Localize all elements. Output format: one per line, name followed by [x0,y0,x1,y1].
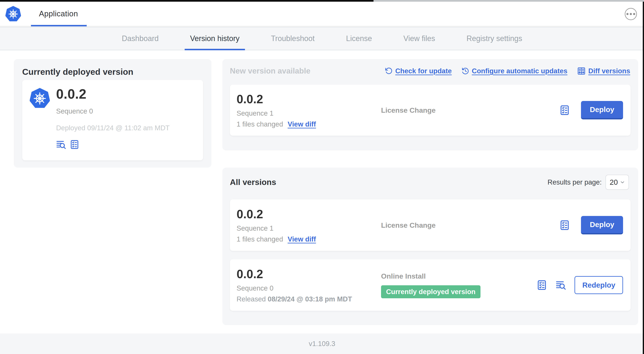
screenshot-top-edge [0,0,644,2]
new-version-card: 0.0.2 Sequence 1 1 files changed View di… [230,85,630,136]
results-per-page-label: Results per page: [548,178,602,186]
app-title: Application [39,2,78,26]
view-diff-link[interactable]: View diff [288,235,316,243]
view-logs-icon[interactable] [56,140,66,150]
view-diff-link[interactable]: View diff [288,120,316,128]
tab-troubleshoot[interactable]: Troubleshoot [266,27,320,50]
tab-license[interactable]: License [341,27,378,50]
tab-version-history[interactable]: Version history [185,27,245,50]
deployed-sequence: Sequence 0 [56,107,170,115]
diff-versions-link[interactable]: Diff versions [577,67,630,75]
app-header: Application [0,2,644,26]
version-history-page: Application Dashboard Version history Tr… [0,0,644,354]
version-source: License Change [381,221,559,229]
app-title-active-underline [31,25,87,26]
release-notes-icon[interactable] [536,280,547,290]
version-number: 0.0.2 [236,267,381,281]
deployed-timestamp: Deployed 09/11/24 @ 11:02 am MDT [56,124,170,132]
refresh-icon [385,67,393,75]
version-row: 0.0.2 Sequence 0 Released 08/29/24 @ 03:… [230,259,630,311]
check-for-update-link[interactable]: Check for update [385,67,452,75]
files-changed-text: 1 files changed [236,120,283,128]
kubernetes-logo-icon [6,6,21,23]
release-notes-icon[interactable] [70,140,80,150]
ellipsis-icon [626,13,635,15]
screenshot-right-edge [643,2,644,354]
chevron-down-icon [620,180,625,185]
tab-dashboard[interactable]: Dashboard [116,27,164,50]
version-number: 0.0.2 [236,92,381,106]
more-options-button[interactable] [625,8,637,20]
version-source: License Change [381,106,559,114]
currently-deployed-badge: Currently deployed version [381,285,480,298]
redeploy-button[interactable]: Redeploy [574,276,623,294]
version-row: 0.0.2 Sequence 1 1 files changed View di… [230,199,630,251]
new-version-title: New version available [230,67,310,75]
version-number: 0.0.2 [236,207,381,221]
tab-registry-settings[interactable]: Registry settings [461,27,528,50]
currently-deployed-title: Currently deployed version [14,59,212,77]
results-per-page-select[interactable]: 20 [606,175,629,190]
version-source: Online Install [381,272,536,280]
all-versions-section: All versions Results per page: 20 0.0.2 … [222,168,638,325]
version-sequence: Sequence 1 [236,109,381,117]
release-notes-icon[interactable] [559,220,570,231]
currently-deployed-card: 0.0.2 Sequence 0 Deployed 09/11/24 @ 11:… [22,80,203,160]
deployed-version-number: 0.0.2 [56,86,170,102]
app-nav-bar: Dashboard Version history Troubleshoot L… [0,27,644,50]
app-footer: v1.109.3 [0,333,644,354]
tab-view-files[interactable]: View files [398,27,440,50]
all-versions-title: All versions [230,178,276,187]
kubernetes-app-icon [30,88,50,110]
schedule-update-icon [462,67,470,75]
released-timestamp: Released 08/29/24 @ 03:18 pm MDT [236,295,381,303]
version-sequence: Sequence 1 [236,224,381,232]
files-changed-text: 1 files changed [236,235,283,243]
currently-deployed-section: Currently deployed version 0.0.2 Sequenc… [14,59,212,168]
version-sequence: Sequence 0 [236,284,381,292]
configure-automatic-updates-link[interactable]: Configure automatic updates [462,67,568,75]
release-notes-icon[interactable] [559,105,570,116]
deploy-button[interactable]: Deploy [581,216,623,234]
view-logs-icon[interactable] [556,280,566,290]
new-version-section: New version available Check for update C… [222,59,638,150]
diff-icon [577,67,586,75]
admin-console-version: v1.109.3 [309,340,336,348]
deploy-button[interactable]: Deploy [581,101,623,119]
